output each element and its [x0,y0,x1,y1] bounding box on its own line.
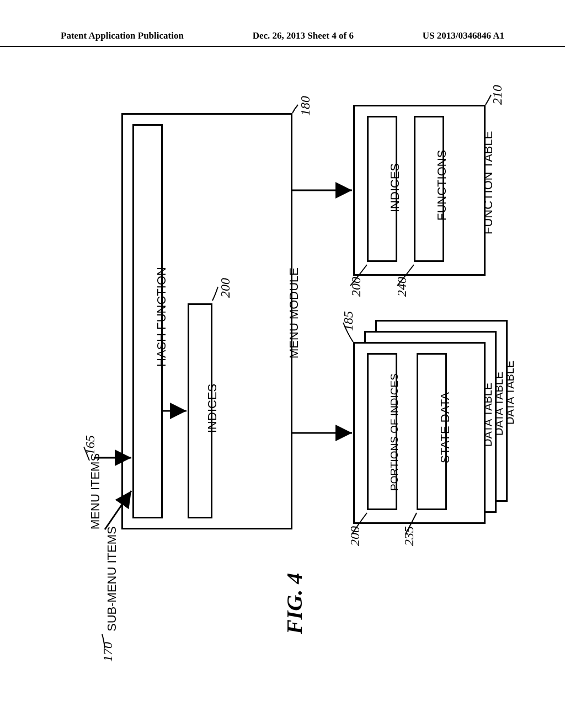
figure-caption: FIG. 4 [281,573,307,634]
ft-indices-label: INDICES [388,163,402,212]
data-table-front-label: DATA TABLE [482,383,494,447]
header-right: US 2013/0346846 A1 [423,30,504,41]
state-data-label: STATE DATA [438,392,452,463]
header-left: Patent Application Publication [61,30,184,41]
ref-240: 240 [395,277,409,297]
header-center: Dec. 26, 2013 Sheet 4 of 6 [253,30,354,41]
menu-module-label: MENU MODULE [287,267,301,358]
portions-of-indices-label: PORTIONS OF INDICES [388,373,401,491]
ref-210: 210 [490,85,505,105]
ref-235: 235 [402,526,417,546]
page-header: Patent Application Publication Dec. 26, … [0,30,565,47]
menu-items-label: MENU ITEMS [88,453,103,529]
ref-170: 170 [100,642,115,662]
indices-menu-label: INDICES [205,384,220,433]
figure-area: MENU ITEMS SUB-MENU ITEMS MENU MODULE HA… [61,83,497,678]
ref-165: 165 [83,435,98,455]
function-table-label: FUNCTION TABLE [481,131,495,234]
ref-200a: 200 [218,278,233,298]
ref-185: 185 [341,311,356,331]
ref-200c: 200 [348,526,363,546]
ft-functions-label: FUNCTIONS [435,150,449,221]
data-table-back-label: DATA TABLE [504,361,516,425]
data-table-mid-label: DATA TABLE [493,372,505,436]
ref-200b: 200 [349,277,364,297]
sub-menu-items-label: SUB-MENU ITEMS [105,526,119,631]
hash-function-label: HASH FUNCTION [154,267,169,367]
ref-180: 180 [298,96,313,116]
